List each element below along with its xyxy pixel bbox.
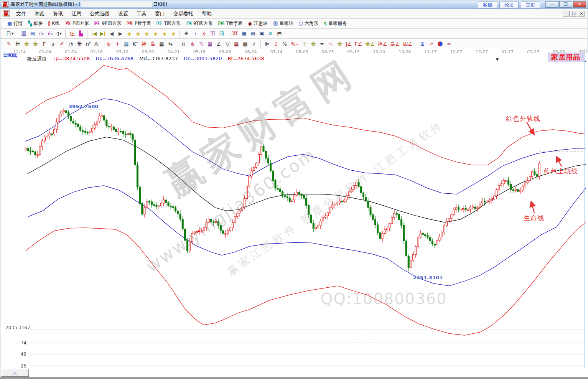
toolbar-trend-chart-button[interactable]: ↗ — [427, 40, 436, 48]
toolbar-grid-yellow-button[interactable]: ⊞ — [418, 40, 427, 48]
toolbar-gold-line-button[interactable]: 金 — [309, 40, 318, 48]
mdi-close-button[interactable]: ✕ — [578, 11, 585, 16]
toolbar-pattern-kuang-button[interactable]: 狂 — [68, 30, 76, 38]
menu-item-工具[interactable]: 工具 — [132, 9, 151, 18]
titlebar-button-forum[interactable]: 论坛 — [499, 2, 519, 8]
toolbar-target-red-button[interactable]: ⊕ — [104, 40, 113, 48]
indicator-name[interactable]: 极反通道 — [27, 56, 47, 63]
toolbar-ruler-2-button[interactable]: 卅 — [75, 40, 84, 48]
toolbar-quotes-button[interactable]: ▦行情 — [5, 20, 25, 28]
toolbar-kline-button[interactable]: ⫼K线 — [45, 20, 62, 28]
toolbar-gann-wheel-button[interactable]: ◉江恩轮 — [245, 20, 270, 28]
toolbar-si-angle-button[interactable]: 四∠ — [401, 40, 414, 48]
toolbar-hexagon-button[interactable]: ⬡六角形 — [296, 20, 321, 28]
menu-item-江恩[interactable]: 江恩 — [67, 9, 86, 18]
toolbar-angle-measure-button[interactable]: ∡ — [199, 30, 208, 38]
toolbar-web-export-button[interactable]: ⊛ — [266, 30, 275, 38]
toolbar-parallel-lines-button[interactable]: ⫽ — [250, 40, 259, 48]
toolbar-crosshair-button[interactable]: ＋ — [191, 30, 199, 38]
toolbar-sectors-button[interactable]: ▚板块 — [25, 20, 45, 28]
toolbar-diamond-star-button[interactable]: ◈ — [160, 30, 169, 38]
toolbar-star-grid-button[interactable]: ✳ — [113, 40, 122, 48]
toolbar-gold-angle-button[interactable]: 金∠ — [364, 40, 376, 48]
toolbar-grid-blue-button[interactable]: ▦ — [122, 40, 131, 48]
toolbar-gold-line-2-button[interactable]: 金 — [336, 40, 344, 48]
toolbar-percent-line-button[interactable]: %‒ — [289, 40, 300, 48]
toolbar-infinity-button[interactable]: ∞ — [445, 40, 453, 48]
toolbar-mirror-a-button[interactable]: A⎸ — [93, 40, 104, 48]
toolbar-f-angle-button[interactable]: F∠ — [353, 40, 364, 48]
toolbar-k-quote-button[interactable]: K″ — [131, 40, 140, 48]
toolbar-fan-purple-button[interactable]: ◹ — [197, 40, 206, 48]
toolbar-f-ruler-button[interactable]: F — [40, 40, 49, 48]
toolbar-grip[interactable] — [2, 30, 3, 37]
menu-item-帮助[interactable]: 帮助 — [198, 9, 216, 18]
period-label[interactable]: 日K线 — [3, 52, 17, 59]
toolbar-fan-red-button[interactable]: ⋔ — [188, 40, 197, 48]
menu-item-资讯[interactable]: 资讯 — [49, 9, 67, 18]
toolbar-bars-9-button[interactable]: ıl₉ — [46, 30, 54, 38]
toolbar-winner-wheel-button[interactable]: Ⓑ赢家轮 — [270, 20, 296, 28]
toolbar-span-arrows-button[interactable]: ↹ — [166, 40, 175, 48]
toolbar-period-candle-button[interactable]: 日▼ — [5, 30, 15, 38]
toolbar-grid-purple-button[interactable]: ▦ — [206, 40, 214, 48]
toolbar-volume-profile-button[interactable]: ▙ — [76, 30, 85, 38]
toolbar-grip[interactable] — [2, 40, 3, 47]
toolbar-n-square-button[interactable]: n² — [84, 40, 93, 48]
toolbar-ink-pen-button[interactable]: ✒ — [318, 40, 327, 48]
toolbar-diamond-horizontal-button[interactable]: ◈ — [142, 30, 151, 38]
toolbar-box-tool-button[interactable]: 且 — [179, 40, 188, 48]
toolbar-gold-circle-button[interactable]: ☉ — [300, 40, 309, 48]
toolbar-percent-button[interactable]: % — [280, 40, 289, 48]
toolbar-pan-hand-button[interactable]: ✥ — [182, 30, 191, 38]
toolbar-first-page-button[interactable]: |◀ — [89, 30, 98, 38]
toolbar-wave-v-button[interactable]: ⋁ — [223, 40, 232, 48]
toolbar-winner-service-button[interactable]: $赢家服务 — [321, 20, 349, 28]
toolbar-last-page-button[interactable]: ▶| — [98, 30, 107, 38]
toolbar-ying-tool-button[interactable]: 赢 — [148, 40, 157, 48]
menu-item-设置[interactable]: 设置 — [114, 9, 132, 18]
toolbar-computer-button[interactable]: ⬒ — [275, 30, 284, 38]
mdi-minimize-button[interactable]: — — [563, 11, 570, 16]
toolbar-calculator-button[interactable]: ▦ — [240, 30, 249, 38]
toolbar-layout-window-button[interactable]: 囯 — [19, 30, 28, 38]
toolbar-gold-ruler-2-button[interactable]: 金 — [31, 40, 40, 48]
menu-item-交易委托[interactable]: 交易委托 — [169, 9, 198, 18]
toolbar-diamond-left-button[interactable]: ◈ — [125, 30, 133, 38]
toolbar-spiral-5-button[interactable]: ϶ — [49, 40, 58, 48]
toolbar-shen-angle-button[interactable]: 神∠ — [376, 40, 389, 48]
toolbar-prev-page-button[interactable]: ◀ — [107, 30, 116, 38]
toolbar-wheel-small-button[interactable]: ◔ — [66, 40, 75, 48]
toolbar-diamond-right-button[interactable]: ◈ — [133, 30, 142, 38]
scale-dropdown-marker-icon[interactable]: ▼ — [496, 58, 499, 61]
toolbar-diamond-cross-button[interactable]: ◈ — [151, 30, 160, 38]
toolbar-gold-ruler-1-button[interactable]: 金 — [22, 40, 31, 48]
toolbar-info-panel-button[interactable]: ▤ — [28, 30, 37, 38]
minimize-button[interactable]: — — [545, 1, 558, 8]
toolbar-grid-dark-button[interactable]: ▩ — [241, 40, 250, 48]
titlebar-button-home[interactable]: 主页 — [521, 2, 540, 8]
toolbar-t-number-table-button[interactable]: TNT数字表 — [216, 20, 245, 28]
chart-canvas[interactable] — [0, 49, 588, 379]
toolbar-angle-lines-button[interactable]: ∠ — [214, 40, 223, 48]
toolbar-purple-tool-button[interactable]: 帀 — [208, 30, 217, 38]
toolbar-calendar-button[interactable]: 21 — [230, 30, 240, 38]
toolbar-wave-red-button[interactable]: ∿ — [327, 40, 336, 48]
toolbar-notes-button[interactable]: ▤ — [249, 30, 257, 38]
toolbar-grip[interactable] — [2, 20, 3, 27]
instrument-tag[interactable]: 家居用品 — [548, 53, 584, 62]
close-button[interactable]: ✕ — [573, 1, 586, 8]
menu-item-公式选股[interactable]: 公式选股 — [86, 9, 114, 18]
toolbar-shen-tool-button[interactable]: 神 — [140, 40, 148, 48]
corner-arrow-icon[interactable]: ◂ — [584, 59, 586, 63]
menu-item-文件[interactable]: 文件 — [12, 9, 30, 18]
toolbar-9t-square-button[interactable]: T99T四方形 — [183, 20, 216, 28]
toolbar-grid-red-button[interactable]: ▦ — [232, 40, 241, 48]
menu-item-窗口[interactable]: 窗口 — [151, 9, 169, 18]
mdi-restore-button[interactable]: ❐ — [570, 11, 577, 16]
menu-item-浏览[interactable]: 浏览 — [30, 9, 49, 18]
toolbar-grid-123-button[interactable]: ▦ — [157, 40, 166, 48]
restore-button[interactable]: ❐ — [559, 1, 572, 8]
toolbar-bars-3-button[interactable]: ıl₃ — [37, 30, 46, 38]
toolbar-save-button[interactable]: ▣ — [257, 30, 266, 38]
